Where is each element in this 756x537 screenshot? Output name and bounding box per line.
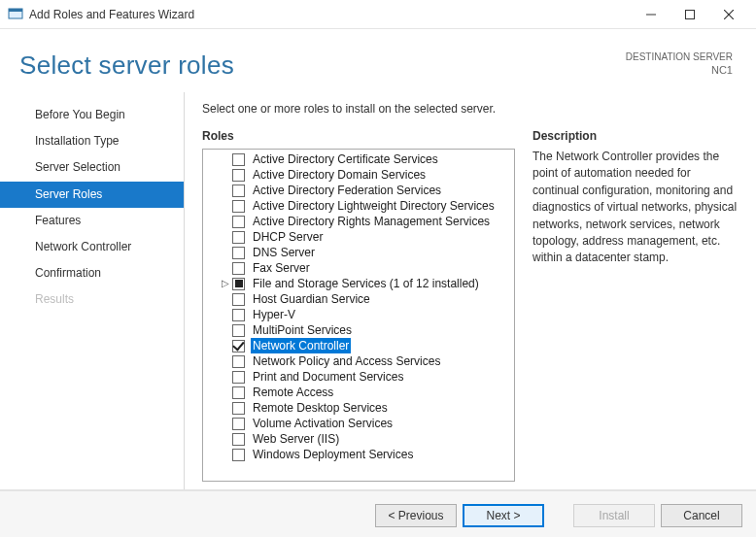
role-item[interactable]: Network Controller <box>219 338 514 353</box>
role-item[interactable]: Volume Activation Services <box>219 416 514 431</box>
role-label: Active Directory Rights Management Servi… <box>251 214 492 229</box>
role-item[interactable]: Print and Document Services <box>219 369 514 385</box>
roles-label: Roles <box>202 129 515 143</box>
role-item[interactable]: Remote Desktop Services <box>219 400 514 416</box>
role-item[interactable]: Windows Deployment Services <box>219 447 514 462</box>
role-checkbox[interactable] <box>232 216 245 228</box>
role-checkbox[interactable] <box>232 355 245 368</box>
role-checkbox[interactable] <box>232 153 245 166</box>
header: Select server roles DESTINATION SERVER N… <box>0 29 756 92</box>
role-checkbox[interactable] <box>232 371 245 384</box>
window-title: Add Roles and Features Wizard <box>29 8 632 21</box>
description-text: The Network Controller provides the poin… <box>533 149 739 267</box>
sidebar-item-before-you-begin[interactable]: Before You Begin <box>0 102 184 128</box>
role-label: DHCP Server <box>251 229 325 245</box>
role-label: Active Directory Lightweight Directory S… <box>251 198 497 214</box>
role-item[interactable]: DNS Server <box>219 245 514 260</box>
role-checkbox[interactable] <box>232 402 245 415</box>
role-item[interactable]: Active Directory Federation Services <box>219 183 514 198</box>
role-item[interactable]: Network Policy and Access Services <box>219 353 514 369</box>
role-checkbox[interactable] <box>232 433 245 446</box>
role-label: Host Guardian Service <box>251 291 372 307</box>
role-checkbox[interactable] <box>232 418 245 430</box>
next-button[interactable]: Next > <box>463 504 544 527</box>
role-item[interactable]: Active Directory Certificate Services <box>219 151 514 167</box>
role-label: Volume Activation Services <box>251 416 395 431</box>
role-item[interactable]: Active Directory Rights Management Servi… <box>219 214 514 229</box>
instruction-text: Select one or more roles to install on t… <box>202 102 739 116</box>
install-button[interactable]: Install <box>573 504 655 527</box>
role-checkbox[interactable] <box>232 262 245 275</box>
role-item[interactable]: DHCP Server <box>219 229 514 245</box>
destination-server-label: DESTINATION SERVER <box>626 50 733 63</box>
role-checkbox[interactable] <box>232 278 245 290</box>
sidebar-item-installation-type[interactable]: Installation Type <box>0 128 184 154</box>
role-label: Network Controller <box>251 338 351 353</box>
role-checkbox[interactable] <box>232 231 245 244</box>
role-item[interactable]: Fax Server <box>219 260 514 276</box>
role-item[interactable]: ▷File and Storage Services (1 of 12 inst… <box>219 276 514 291</box>
role-item[interactable]: Active Directory Domain Services <box>219 167 514 183</box>
role-label: Remote Desktop Services <box>251 400 390 416</box>
role-label: File and Storage Services (1 of 12 insta… <box>251 276 481 291</box>
svg-rect-3 <box>686 10 695 18</box>
body: Before You BeginInstallation TypeServer … <box>0 92 756 490</box>
sidebar-item-confirmation[interactable]: Confirmation <box>0 260 184 286</box>
role-checkbox[interactable] <box>232 340 245 352</box>
maximize-button[interactable] <box>670 1 709 28</box>
role-label: Active Directory Federation Services <box>251 183 443 198</box>
sidebar: Before You BeginInstallation TypeServer … <box>0 92 185 489</box>
role-item[interactable]: MultiPoint Services <box>219 322 514 338</box>
destination-server-name: NC1 <box>626 63 733 77</box>
role-label: Active Directory Domain Services <box>251 167 428 183</box>
role-item[interactable]: Remote Access <box>219 385 514 400</box>
button-bar: < Previous Next > Install Cancel <box>0 490 756 537</box>
titlebar: Add Roles and Features Wizard <box>0 0 756 29</box>
roles-column: Roles Active Directory Certificate Servi… <box>202 129 515 482</box>
role-checkbox[interactable] <box>232 386 245 399</box>
role-checkbox[interactable] <box>232 169 245 182</box>
role-item[interactable]: Host Guardian Service <box>219 291 514 307</box>
role-checkbox[interactable] <box>232 309 245 321</box>
cancel-button[interactable]: Cancel <box>661 504 742 527</box>
svg-rect-1 <box>9 9 22 12</box>
page-title: Select server roles <box>19 50 626 81</box>
sidebar-item-features[interactable]: Features <box>0 208 184 234</box>
role-label: Remote Access <box>251 385 335 400</box>
role-checkbox[interactable] <box>232 185 245 197</box>
sidebar-item-server-roles[interactable]: Server Roles <box>0 182 184 208</box>
role-label: Windows Deployment Services <box>251 447 415 462</box>
content-area: Select one or more roles to install on t… <box>185 92 756 489</box>
role-checkbox[interactable] <box>232 293 245 306</box>
role-item[interactable]: Web Server (IIS) <box>219 431 514 447</box>
role-checkbox[interactable] <box>232 247 245 259</box>
expand-icon[interactable]: ▷ <box>221 276 230 291</box>
previous-button[interactable]: < Previous <box>375 504 457 527</box>
destination-server: DESTINATION SERVER NC1 <box>626 50 733 77</box>
sidebar-item-network-controller[interactable]: Network Controller <box>0 234 184 260</box>
role-label: Print and Document Services <box>251 369 405 385</box>
role-label: Active Directory Certificate Services <box>251 151 440 167</box>
sidebar-item-server-selection[interactable]: Server Selection <box>0 154 184 181</box>
role-checkbox[interactable] <box>232 449 245 461</box>
role-checkbox[interactable] <box>232 200 245 213</box>
roles-listbox[interactable]: Active Directory Certificate ServicesAct… <box>202 149 515 482</box>
role-checkbox[interactable] <box>232 324 245 337</box>
role-label: Web Server (IIS) <box>251 431 341 447</box>
window-controls <box>632 1 748 28</box>
app-icon <box>8 7 23 22</box>
description-label: Description <box>533 129 739 143</box>
sidebar-item-results: Results <box>0 286 184 313</box>
minimize-button[interactable] <box>632 1 670 28</box>
role-label: Network Policy and Access Services <box>251 353 442 369</box>
role-item[interactable]: Hyper-V <box>219 307 514 322</box>
role-label: MultiPoint Services <box>251 322 354 338</box>
role-label: Hyper-V <box>251 307 297 322</box>
description-column: Description The Network Controller provi… <box>533 129 739 482</box>
role-label: Fax Server <box>251 260 312 276</box>
role-label: DNS Server <box>251 245 317 260</box>
role-item[interactable]: Active Directory Lightweight Directory S… <box>219 198 514 214</box>
close-button[interactable] <box>709 1 748 28</box>
